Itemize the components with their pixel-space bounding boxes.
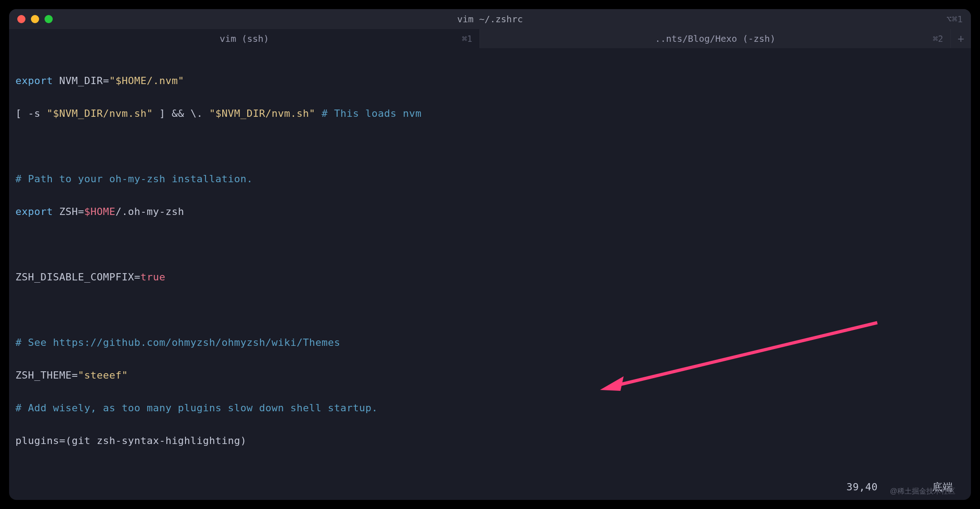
code-token: # Path to your oh-my-zsh installation. (15, 173, 253, 185)
tab-blog-hexo[interactable]: ..nts/Blog/Hexo (-zsh) ⌘2 (480, 29, 951, 48)
tabbar: vim (ssh) ⌘1 ..nts/Blog/Hexo (-zsh) ⌘2 + (9, 29, 971, 48)
code-token: /.oh-my-zsh (115, 206, 184, 217)
tab-shortcut: ⌘2 (933, 34, 943, 44)
code-token: ] && \. (153, 108, 209, 119)
code-token: "steeef" (78, 369, 128, 381)
code-token: # Add wisely, as too many plugins slow d… (15, 402, 378, 414)
code-token: "$HOME/.nvm" (109, 75, 184, 86)
code-token: export (15, 206, 53, 217)
tab-label: vim (ssh) (220, 33, 269, 44)
window-title: vim ~/.zshrc (457, 14, 523, 25)
tab-label: ..nts/Blog/Hexo (-zsh) (655, 33, 775, 44)
watermark: @稀土掘金技术社区 (890, 487, 955, 496)
code-token: ZSH_DISABLE_COMPFIX= (15, 271, 140, 283)
code-token: true (140, 271, 165, 283)
code-token: # This loads nvm (315, 108, 422, 119)
code-token: $HOME (84, 206, 115, 217)
code-token: ZSH_THEME= (15, 369, 78, 381)
terminal-window: vim ~/.zshrc ⌥⌘1 vim (ssh) ⌘1 ..nts/Blog… (9, 9, 971, 500)
titlebar: vim ~/.zshrc ⌥⌘1 (9, 9, 971, 29)
tab-vim-ssh[interactable]: vim (ssh) ⌘1 (9, 29, 480, 48)
code-token: export (15, 75, 53, 86)
add-tab-button[interactable]: + (951, 29, 971, 48)
window-shortcut: ⌥⌘1 (946, 14, 963, 25)
minimize-icon[interactable] (31, 15, 39, 23)
code-token: plugins=(git zsh-syntax-highlighting) (15, 435, 247, 446)
code-token: "$NVM_DIR/nvm.sh" (209, 108, 315, 119)
tab-shortcut: ⌘1 (462, 34, 472, 44)
code-token: [ -s (15, 108, 47, 119)
cursor-position: 39,40 (846, 479, 878, 495)
code-token: "$NVM_DIR/nvm.sh" (47, 108, 153, 119)
code-token: NVM_DIR= (53, 75, 109, 86)
code-token: ZSH= (53, 206, 84, 217)
plus-icon: + (958, 32, 964, 45)
traffic-lights (17, 15, 53, 23)
code-token: # See https://github.com/ohmyzsh/ohmyzsh… (15, 337, 340, 348)
editor-area[interactable]: export NVM_DIR="$HOME/.nvm" [ -s "$NVM_D… (9, 48, 971, 500)
close-icon[interactable] (17, 15, 25, 23)
maximize-icon[interactable] (45, 15, 53, 23)
